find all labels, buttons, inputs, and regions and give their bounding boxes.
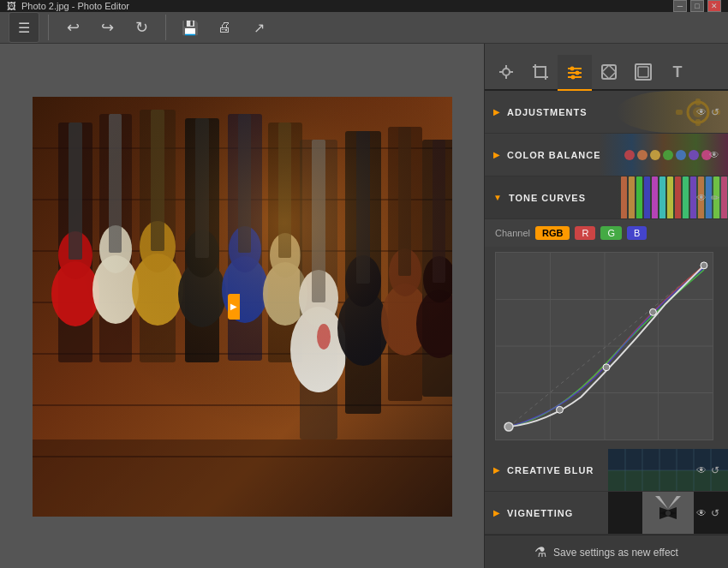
titlebar-left: 🖼 Photo 2.jpg - Photo Editor: [7, 1, 129, 11]
photo-svg: [33, 97, 452, 517]
app-icon: 🖼: [7, 1, 16, 11]
tab-adjustments[interactable]: [558, 55, 592, 91]
color-balance-icons: 👁: [709, 149, 719, 161]
svg-point-72: [689, 150, 699, 160]
panel-collapse-button[interactable]: ▶: [228, 294, 240, 320]
maximize-button[interactable]: □: [690, 0, 704, 12]
undo-back-button[interactable]: ↩: [57, 12, 88, 43]
text-icon: T: [673, 63, 683, 81]
svg-point-57: [571, 75, 576, 80]
tone-curves-visibility-icon[interactable]: 👁: [696, 192, 707, 204]
svg-point-56: [576, 71, 580, 75]
svg-rect-78: [652, 176, 658, 219]
svg-rect-82: [683, 176, 689, 219]
adjustments-arrow: ▶: [493, 107, 500, 117]
tone-curves-edit-icon[interactable]: ✏: [711, 192, 719, 204]
creative-blur-section-header[interactable]: ▶ CREATIVE BLUR 👁 ↺: [485, 449, 728, 492]
adjustments-section-header[interactable]: ▶ ADJUSTMENTS 👁 ↺: [485, 91, 728, 134]
svg-point-55: [570, 67, 575, 71]
crop-icon: [531, 63, 550, 81]
toolbar-separator-1: [48, 15, 49, 40]
adjustments-label: ADJUSTMENTS: [507, 107, 588, 117]
svg-point-98: [603, 364, 610, 371]
svg-rect-77: [644, 176, 650, 219]
frames-icon: [634, 63, 653, 81]
right-panel: T ▶ ADJUSTMENTS 👁 ↺: [484, 44, 728, 568]
rainbow-decoration: [621, 135, 724, 175]
menu-button[interactable]: ☰: [9, 12, 39, 43]
svg-rect-65: [676, 110, 683, 115]
svg-point-97: [557, 406, 564, 413]
svg-point-69: [650, 150, 660, 160]
svg-point-51: [503, 69, 510, 75]
toolbar-separator-2: [165, 15, 166, 40]
adjustments-icon: [565, 63, 584, 81]
channel-g-button[interactable]: G: [600, 226, 622, 240]
tab-frames[interactable]: [626, 55, 660, 91]
canvas-area: ▶: [0, 44, 484, 568]
redo-button[interactable]: ↻: [126, 12, 157, 43]
titlebar-controls: ─ □ ✕: [673, 0, 721, 12]
vignetting-arrow: ▶: [493, 508, 500, 517]
channel-label-text: Channel: [495, 228, 530, 238]
svg-point-115: [665, 511, 671, 516]
color-balance-arrow: ▶: [493, 150, 500, 159]
tab-crop[interactable]: [523, 55, 558, 91]
vignetting-icons: 👁 ↺: [696, 507, 719, 519]
tab-effects[interactable]: [592, 55, 626, 91]
vignetting-reset-icon[interactable]: ↺: [711, 507, 719, 519]
enhance-icon: [497, 63, 516, 81]
tone-curves-section-header[interactable]: ▼ TONE CURVES 👁 ✏: [485, 176, 728, 219]
vignetting-label: VIGNETTING: [507, 508, 573, 518]
save-button[interactable]: 💾: [175, 12, 206, 43]
vignetting-visibility-icon[interactable]: 👁: [696, 507, 707, 519]
svg-rect-74: [621, 176, 627, 219]
creative-blur-visibility-icon[interactable]: 👁: [696, 464, 707, 476]
tone-curves-label: TONE CURVES: [509, 193, 586, 203]
adjustments-visibility-icon[interactable]: 👁: [696, 106, 707, 118]
color-balance-section-header[interactable]: ▶ COLOR BALANCE 👁: [485, 134, 728, 176]
creative-blur-arrow: ▶: [493, 465, 500, 475]
svg-rect-76: [636, 176, 642, 219]
svg-rect-50: [33, 439, 452, 517]
channel-b-button[interactable]: B: [627, 226, 647, 240]
share-button[interactable]: ↗: [243, 12, 274, 43]
undo-button[interactable]: ↪: [92, 12, 122, 43]
panel-content: ▶ ADJUSTMENTS 👁 ↺: [485, 91, 728, 535]
svg-rect-75: [629, 176, 635, 219]
app-window: 🖼 Photo 2.jpg - Photo Editor ─ □ ✕ ☰ ↩ ↪…: [0, 0, 728, 568]
window-title: Photo 2.jpg - Photo Editor: [21, 1, 129, 11]
curves-canvas[interactable]: [495, 252, 713, 440]
svg-point-68: [637, 150, 647, 160]
svg-point-70: [663, 150, 673, 160]
channel-rgb-button[interactable]: RGB: [535, 226, 570, 240]
minimize-button[interactable]: ─: [673, 0, 687, 12]
tab-text[interactable]: T: [660, 55, 695, 91]
creative-blur-reset-icon[interactable]: ↺: [711, 464, 719, 476]
svg-rect-63: [695, 99, 701, 105]
svg-rect-64: [695, 119, 701, 126]
curves-svg: [496, 253, 713, 439]
creative-blur-label: CREATIVE BLUR: [507, 465, 594, 475]
tab-enhance[interactable]: [489, 55, 523, 91]
titlebar: 🖼 Photo 2.jpg - Photo Editor ─ □ ✕: [0, 0, 728, 12]
vignetting-section-header[interactable]: ▶ VIGNETTING 👁 ↺: [485, 492, 728, 535]
svg-rect-60: [638, 67, 648, 77]
channel-selector: Channel RGB R G B: [485, 219, 728, 247]
adjustments-reset-icon[interactable]: ↺: [711, 106, 719, 118]
print-button[interactable]: 🖨: [209, 12, 240, 43]
adjustments-icons: 👁 ↺: [696, 106, 719, 118]
tone-curves-arrow: ▼: [493, 193, 502, 202]
save-bar[interactable]: ⚗ Save settings as new effect: [485, 535, 728, 568]
svg-rect-80: [667, 176, 673, 219]
save-icon: ⚗: [534, 544, 546, 560]
tone-curves-section: ▼ TONE CURVES 👁 ✏: [485, 176, 728, 449]
tone-curves-icons: 👁 ✏: [696, 192, 719, 204]
svg-rect-87: [721, 176, 727, 219]
close-button[interactable]: ✕: [707, 0, 721, 12]
color-balance-visibility-icon[interactable]: 👁: [709, 149, 719, 161]
channel-r-button[interactable]: R: [575, 226, 595, 240]
photo-canvas: [33, 97, 452, 517]
svg-point-71: [676, 150, 686, 160]
panel-tabs: T: [485, 44, 728, 91]
